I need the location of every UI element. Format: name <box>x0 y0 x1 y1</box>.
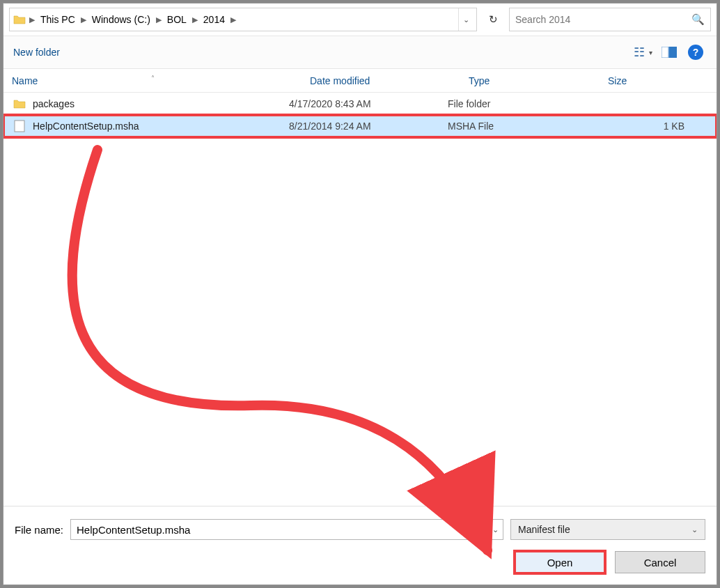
views-button[interactable]: ☷ ▾ <box>632 41 654 63</box>
file-list: packages 4/17/2020 8:43 AM File folder H… <box>3 93 717 506</box>
svg-rect-0 <box>662 47 668 58</box>
file-name-input[interactable] <box>71 524 487 536</box>
filter-label: Manifest file <box>518 524 570 535</box>
file-name-combo[interactable]: ⌄ <box>70 519 503 540</box>
header-type[interactable]: Type <box>469 75 608 86</box>
help-icon: ? <box>688 45 703 60</box>
breadcrumb[interactable]: ▶ This PC ▶ Windows (C:) ▶ BOL ▶ 2014 ▶ … <box>9 8 477 31</box>
search-icon[interactable]: 🔍 <box>691 13 705 26</box>
chevron-down-icon: ⌄ <box>691 525 698 534</box>
chevron-right-icon: ▶ <box>155 15 163 24</box>
preview-pane-icon <box>662 47 677 58</box>
column-headers: Name ˄ Date modified Type Size <box>3 69 717 93</box>
file-type: MSHA File <box>448 121 587 132</box>
open-button[interactable]: Open <box>515 551 605 573</box>
chevron-down-icon[interactable]: ⌄ <box>487 525 503 534</box>
chevron-right-icon: ▶ <box>28 15 36 24</box>
toolbar: New folder ☷ ▾ ? <box>3 36 717 69</box>
chevron-down-icon: ▾ <box>649 49 652 56</box>
header-date[interactable]: Date modified <box>310 75 469 86</box>
header-name[interactable]: Name ˄ <box>12 75 310 86</box>
file-name: HelpContentSetup.msha <box>33 121 139 132</box>
new-folder-button[interactable]: New folder <box>13 47 60 58</box>
preview-pane-button[interactable] <box>658 41 680 63</box>
file-icon <box>12 118 27 134</box>
breadcrumb-item[interactable]: 2014 <box>199 8 229 31</box>
cancel-button[interactable]: Cancel <box>615 551 705 573</box>
file-date: 4/17/2020 8:43 AM <box>289 98 448 109</box>
chevron-right-icon: ▶ <box>191 15 199 24</box>
search-box[interactable]: 🔍 <box>509 8 711 31</box>
breadcrumb-item[interactable]: BOL <box>163 8 191 31</box>
open-file-dialog: ▶ This PC ▶ Windows (C:) ▶ BOL ▶ 2014 ▶ … <box>3 3 717 585</box>
file-type-filter[interactable]: Manifest file ⌄ <box>510 519 705 540</box>
file-size: 1 KB <box>587 121 717 132</box>
file-name-label: File name: <box>15 524 63 536</box>
header-name-label: Name <box>12 75 38 86</box>
chevron-right-icon: ▶ <box>79 15 88 24</box>
list-item[interactable]: packages 4/17/2020 8:43 AM File folder <box>3 93 717 115</box>
breadcrumb-item[interactable]: Windows (C:) <box>88 8 155 31</box>
sort-ascending-icon: ˄ <box>151 75 155 82</box>
chevron-down-icon[interactable]: ⌄ <box>458 8 474 31</box>
folder-icon <box>13 13 26 26</box>
file-date: 8/21/2014 9:24 AM <box>289 121 448 132</box>
refresh-button[interactable]: ↻ <box>483 8 503 31</box>
chevron-right-icon: ▶ <box>229 15 237 24</box>
address-row: ▶ This PC ▶ Windows (C:) ▶ BOL ▶ 2014 ▶ … <box>3 3 717 36</box>
header-size[interactable]: Size <box>608 75 717 86</box>
list-item[interactable]: HelpContentSetup.msha 8/21/2014 9:24 AM … <box>3 115 717 137</box>
breadcrumb-item[interactable]: This PC <box>36 8 79 31</box>
svg-rect-1 <box>669 47 677 58</box>
file-type: File folder <box>448 98 587 109</box>
dialog-footer: File name: ⌄ Manifest file ⌄ Open Cancel <box>3 506 717 585</box>
help-button[interactable]: ? <box>684 41 707 63</box>
folder-icon <box>12 96 27 111</box>
search-input[interactable] <box>515 14 691 25</box>
list-icon: ☷ <box>634 46 645 59</box>
svg-rect-2 <box>15 121 24 132</box>
file-name: packages <box>33 98 75 109</box>
